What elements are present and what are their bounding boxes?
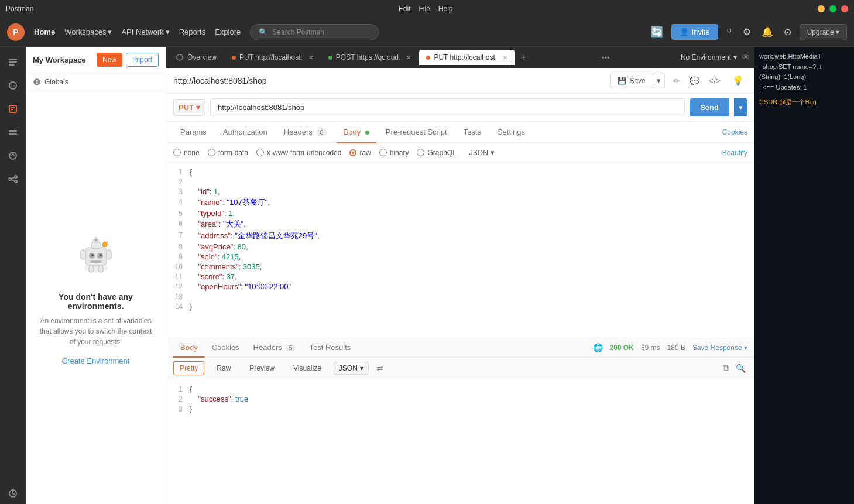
maximize-button[interactable] — [829, 5, 836, 12]
tab-put-2[interactable]: PUT http://localhost: ✕ — [419, 50, 515, 65]
sidebar-icon-history[interactable] — [2, 483, 23, 504]
close-button[interactable] — [841, 5, 848, 12]
sidebar-icon-monitors[interactable] — [2, 145, 23, 166]
save-button[interactable]: 💾 Save — [610, 73, 653, 88]
nav-workspaces[interactable]: Workspaces ▾ — [64, 28, 112, 36]
radio-none[interactable]: none — [173, 149, 200, 157]
sidebar-icon-collections[interactable] — [2, 52, 23, 73]
radio-urlencoded[interactable]: x-www-form-urlencoded — [256, 149, 341, 157]
resp-view-pretty[interactable]: Pretty — [173, 361, 204, 375]
tab-pre-request[interactable]: Pre-request Script — [379, 122, 454, 143]
sidebar-icon-mock-servers[interactable] — [2, 122, 23, 143]
tab-post-1[interactable]: POST https://qcloud. ✕ — [321, 50, 419, 65]
close-icon[interactable]: ✕ — [308, 54, 313, 61]
json-format-selector[interactable]: JSON ▾ — [469, 148, 495, 157]
left-panel: My Workspace New Import Globals — [26, 47, 166, 504]
import-button[interactable]: Import — [126, 53, 159, 67]
menu-edit[interactable]: Edit — [399, 5, 411, 13]
fork-icon[interactable]: ⑂ — [724, 25, 735, 40]
upgrade-button[interactable]: Upgrade ▾ — [800, 24, 847, 40]
resp-view-visualize[interactable]: Visualize — [287, 361, 328, 375]
create-environment-link[interactable]: Create Environment — [62, 356, 130, 365]
titlebar-controls — [818, 5, 848, 12]
close-icon[interactable]: ✕ — [406, 54, 411, 61]
tab-settings[interactable]: Settings — [491, 122, 532, 143]
tab-tests[interactable]: Tests — [457, 122, 488, 143]
send-button[interactable]: Send — [690, 98, 729, 116]
tab-add-button[interactable]: + — [516, 50, 530, 65]
tab-overview[interactable]: Overview — [169, 50, 224, 65]
radio-dot-selected — [349, 149, 356, 156]
save-dropdown-button[interactable]: ▾ — [653, 73, 665, 88]
sidebar-icon-apis[interactable]: API — [2, 75, 23, 96]
nav-reports[interactable]: Reports — [179, 28, 206, 36]
tab-more-button[interactable]: ••• — [597, 51, 615, 64]
notification-icon[interactable]: 🔔 — [759, 24, 776, 40]
resp-tab-test-results[interactable]: Test Results — [303, 338, 358, 358]
csdn-line-2: _shop SET name=?, t — [759, 62, 849, 73]
titlebar-left: Postman — [6, 5, 33, 13]
status-size: 180 B — [667, 344, 685, 352]
resp-tab-cookies[interactable]: Cookies — [205, 338, 246, 358]
cookies-link[interactable]: Cookies — [722, 128, 747, 136]
globals-row[interactable]: Globals — [26, 73, 166, 91]
radio-binary[interactable]: binary — [379, 149, 409, 157]
method-selector[interactable]: PUT ▾ — [173, 99, 205, 116]
code-line-8: 8 "avgPrice": 80, — [166, 242, 754, 252]
resp-view-raw[interactable]: Raw — [210, 361, 237, 375]
status-time: 39 ms — [641, 344, 660, 352]
menu-file[interactable]: File — [419, 5, 430, 13]
tab-body[interactable]: Body — [337, 122, 376, 143]
sidebar-icon-environments[interactable] — [2, 98, 23, 119]
eye-button[interactable]: 👁 — [739, 50, 752, 64]
menu-help[interactable]: Help — [438, 5, 453, 13]
tab-put1-label: PUT http://localhost: — [239, 53, 303, 61]
sidebar-icon-flows[interactable] — [2, 169, 23, 190]
csdn-line-3: (String), 1(Long), — [759, 72, 849, 83]
chevron-down-icon: ▾ — [360, 364, 363, 372]
update-icon[interactable]: ⊙ — [781, 24, 794, 40]
send-dropdown-button[interactable]: ▾ — [734, 98, 747, 116]
response-tabs-bar: Body Cookies Headers 5 Test Results 🌐 20… — [166, 338, 754, 358]
nav-explore[interactable]: Explore — [215, 28, 241, 36]
close-icon[interactable]: ✕ — [503, 54, 507, 61]
url-bar: http://localhost:8081/shop 💾 Save ▾ ✏ 💬 … — [166, 68, 754, 94]
radio-raw[interactable]: raw — [349, 149, 371, 157]
sync-icon[interactable]: 🔄 — [648, 23, 666, 41]
new-button[interactable]: New — [97, 53, 122, 67]
edit-icon-button[interactable]: ✏ — [670, 74, 684, 88]
nav-api-network[interactable]: API Network ▾ — [121, 28, 169, 36]
no-environment-selector[interactable]: No Environment ▾ — [681, 53, 737, 61]
settings-icon[interactable]: ⚙ — [740, 24, 753, 40]
invite-button[interactable]: 👤 Invite — [671, 24, 718, 40]
nav-home[interactable]: Home — [34, 28, 55, 36]
code-icon-button[interactable]: </> — [705, 74, 724, 88]
minimize-button[interactable] — [818, 5, 825, 12]
response-code-area[interactable]: 1 { 2 "success": true 3 } — [166, 379, 754, 505]
tab-headers[interactable]: Headers 8 — [277, 122, 334, 143]
resp-format-selector[interactable]: JSON ▾ — [334, 362, 369, 375]
resp-view-preview[interactable]: Preview — [243, 361, 281, 375]
beautify-button[interactable]: Beautify — [722, 149, 747, 157]
save-response-button[interactable]: Save Response ▾ — [692, 344, 747, 352]
resp-tab-body[interactable]: Body — [173, 338, 205, 358]
comment-icon-button[interactable]: 💬 — [686, 74, 703, 88]
search-bar[interactable]: 🔍 Search Postman — [250, 24, 379, 40]
lightbulb-icon-button[interactable]: 💡 — [729, 73, 747, 88]
radio-form-data[interactable]: form-data — [208, 149, 248, 157]
chevron-down-icon: ▾ — [744, 344, 747, 352]
headers-badge: 8 — [316, 128, 327, 136]
url-input[interactable] — [210, 98, 685, 116]
tab-overview-label: Overview — [187, 53, 217, 61]
resp-sort-icon[interactable]: ⇄ — [375, 362, 385, 375]
resp-copy-icon[interactable]: ⧉ — [721, 361, 730, 375]
tab-put2-label: PUT http://localhost: — [434, 53, 497, 61]
tab-params[interactable]: Params — [173, 122, 214, 143]
resp-search-icon[interactable]: 🔍 — [734, 361, 747, 375]
env-empty-desc: An environment is a set of variables tha… — [37, 316, 154, 347]
tab-put-1[interactable]: PUT http://localhost: ✕ — [225, 50, 320, 65]
resp-tab-headers[interactable]: Headers 5 — [246, 338, 303, 358]
radio-graphql[interactable]: GraphQL — [417, 149, 456, 157]
code-editor[interactable]: 1 { 2 3 "id": 1, 4 "name": "107茶餐厅", 5 "… — [166, 162, 754, 338]
tab-authorization[interactable]: Authorization — [216, 122, 275, 143]
